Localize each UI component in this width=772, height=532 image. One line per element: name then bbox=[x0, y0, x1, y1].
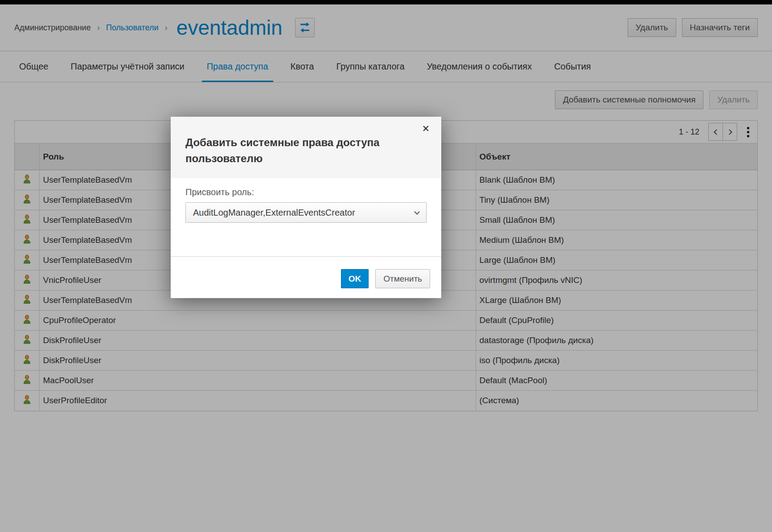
dialog-header: Добавить системные права доступа пользов… bbox=[171, 117, 441, 178]
dialog-title: Добавить системные права доступа пользов… bbox=[185, 135, 399, 167]
dialog-footer: OK Отменить bbox=[171, 256, 441, 298]
cancel-button[interactable]: Отменить bbox=[375, 269, 430, 288]
ok-button[interactable]: OK bbox=[341, 269, 369, 288]
add-permission-dialog: Добавить системные права доступа пользов… bbox=[171, 117, 441, 298]
assign-role-label: Присвоить роль: bbox=[185, 187, 427, 200]
chevron-down-icon bbox=[414, 209, 420, 215]
role-select-value: AuditLogManager,ExternalEventsCreator bbox=[193, 208, 355, 218]
close-icon[interactable]: ✕ bbox=[422, 124, 430, 133]
role-select[interactable]: AuditLogManager,ExternalEventsCreator bbox=[185, 202, 427, 223]
dialog-body: Присвоить роль: AuditLogManager,External… bbox=[171, 178, 441, 256]
